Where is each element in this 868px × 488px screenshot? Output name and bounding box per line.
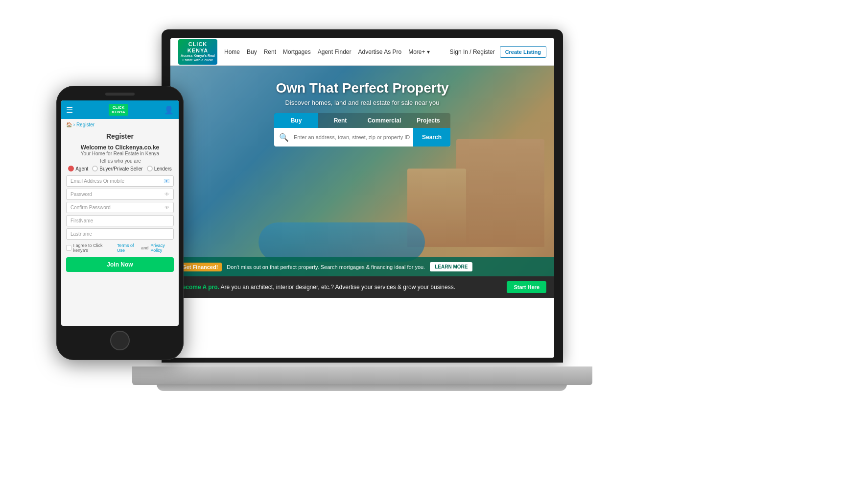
search-input[interactable]	[294, 128, 413, 146]
site-header: CLICK KENYA Access Kenya's Real Estate w…	[170, 38, 554, 66]
and-text: and	[141, 245, 148, 250]
finance-badge: Get Financed!	[178, 263, 222, 271]
email-placeholder: Email Address Or mobile	[70, 178, 124, 184]
buyer-label: Buyer/Private Seller	[99, 166, 142, 171]
role-radio-group: Agent Buyer/Private Seller Lenders	[61, 164, 179, 173]
pro-banner-bold: Become A pro.	[178, 284, 219, 291]
phone-outer: ☰ CLICKKENYA 👤 🏠 › Register Register Wel…	[56, 86, 184, 360]
learn-more-button[interactable]: LEARN MORE	[430, 262, 472, 271]
email-field[interactable]: Email Address Or mobile 📧	[66, 175, 174, 187]
sign-in-link[interactable]: Sign In / Register	[450, 49, 495, 55]
search-icon: 🔍	[274, 128, 294, 146]
confirm-password-icon: 👁	[164, 205, 169, 210]
agent-label: Agent	[75, 166, 88, 171]
site-logo: CLICK KENYA Access Kenya's Real Estate w…	[178, 39, 217, 65]
breadcrumb-register: Register	[76, 122, 94, 127]
start-here-button[interactable]: Start Here	[507, 281, 546, 293]
finance-text: Don't miss out on that perfect property.…	[227, 264, 425, 270]
nav-rent[interactable]: Rent	[264, 49, 276, 55]
nav-more[interactable]: More+ ▾	[408, 49, 429, 55]
finance-banner: Get Financed! Don't miss out on that per…	[170, 257, 554, 276]
laptop-base	[132, 366, 592, 385]
join-now-button[interactable]: Join Now	[66, 257, 174, 272]
registration-form: Email Address Or mobile 📧 Password 👁 Con…	[61, 173, 179, 242]
pro-banner: Become A pro. Are you an architect, inte…	[170, 276, 554, 298]
pro-banner-text: Become A pro. Are you an architect, inte…	[178, 284, 503, 291]
hero-title: Own That Perfect Property	[259, 80, 465, 96]
terms-link[interactable]: Terms of Use	[117, 243, 139, 253]
phone-device: ☰ CLICKKENYA 👤 🏠 › Register Register Wel…	[56, 86, 184, 360]
lender-label: Lenders	[154, 166, 172, 171]
terms-row: I agree to Click kenya's Terms of Use an…	[61, 242, 179, 254]
terms-checkbox[interactable]	[66, 245, 71, 251]
hero-subtitle: Discover homes, land and real estate for…	[259, 99, 465, 106]
laptop-device: CLICK KENYA Access Kenya's Real Estate w…	[162, 29, 587, 451]
phone-welcome: Welcome to Clickenya.co.ke Your Home for…	[61, 142, 179, 158]
phone-page-title: Register	[61, 130, 179, 142]
hamburger-icon[interactable]: ☰	[66, 105, 73, 115]
email-icon: 📧	[164, 178, 169, 184]
role-agent[interactable]: Agent	[68, 166, 88, 171]
user-icon[interactable]: 👤	[164, 105, 174, 115]
tab-projects[interactable]: Projects	[406, 113, 450, 128]
tab-commercial[interactable]: Commercial	[362, 113, 406, 128]
nav-home[interactable]: Home	[224, 49, 240, 55]
phone-home-button[interactable]	[110, 331, 130, 350]
lastname-placeholder: Lastname	[70, 231, 92, 237]
lender-radio-dot	[147, 166, 153, 171]
site-nav: Home Buy Rent Mortgages Agent Finder Adv…	[224, 49, 450, 55]
password-field[interactable]: Password 👁	[66, 189, 174, 200]
phone-breadcrumb: 🏠 › Register	[61, 119, 179, 130]
logo-name: CLICK KENYA	[180, 41, 216, 54]
firstname-placeholder: FirstName	[70, 218, 93, 223]
home-icon: 🏠	[66, 122, 72, 127]
search-button[interactable]: Search	[413, 128, 450, 146]
create-listing-button[interactable]: Create Listing	[500, 46, 546, 58]
phone-logo: CLICKKENYA	[109, 104, 128, 116]
terms-prefix: I agree to Click kenya's	[73, 243, 112, 253]
phone-speaker	[105, 93, 135, 96]
confirm-password-placeholder: Confirm Password	[70, 205, 111, 210]
role-buyer[interactable]: Buyer/Private Seller	[92, 166, 142, 171]
phone-header: ☰ CLICKKENYA 👤	[61, 100, 179, 119]
nav-actions: Sign In / Register Create Listing	[450, 46, 546, 58]
tab-rent[interactable]: Rent	[318, 113, 362, 128]
password-placeholder: Password	[70, 192, 92, 197]
password-icon: 👁	[164, 192, 169, 197]
nav-buy[interactable]: Buy	[247, 49, 257, 55]
laptop-bezel: CLICK KENYA Access Kenya's Real Estate w…	[162, 29, 563, 363]
welcome-title: Welcome to Clickenya.co.ke	[66, 144, 174, 151]
laptop-foot	[157, 384, 567, 391]
search-bar: 🔍 Search	[274, 128, 450, 146]
lastname-field[interactable]: Lastname	[66, 228, 174, 240]
nav-agent-finder[interactable]: Agent Finder	[318, 49, 352, 55]
pro-banner-description: Are you an architect, interior designer,…	[220, 284, 455, 291]
firstname-field[interactable]: FirstName	[66, 215, 174, 226]
confirm-password-field[interactable]: Confirm Password 👁	[66, 202, 174, 213]
hero-content: Own That Perfect Property Discover homes…	[259, 80, 465, 146]
tab-buy[interactable]: Buy	[274, 113, 318, 128]
laptop-screen: CLICK KENYA Access Kenya's Real Estate w…	[170, 38, 554, 358]
search-tabs: Buy Rent Commercial Projects	[274, 113, 450, 128]
welcome-sub: Your Home for Real Estate in Kenya	[66, 151, 174, 156]
nav-advertise-pro[interactable]: Advertise As Pro	[358, 49, 401, 55]
hero-section: Own That Perfect Property Discover homes…	[170, 66, 554, 276]
tell-us-text: Tell us who you are	[61, 158, 179, 164]
agent-radio-dot	[68, 166, 74, 171]
buyer-radio-dot	[92, 166, 98, 171]
role-lender[interactable]: Lenders	[147, 166, 172, 171]
nav-mortgages[interactable]: Mortgages	[283, 49, 311, 55]
phone-screen: ☰ CLICKKENYA 👤 🏠 › Register Register Wel…	[61, 100, 179, 326]
privacy-link[interactable]: Privacy Policy	[150, 243, 174, 253]
